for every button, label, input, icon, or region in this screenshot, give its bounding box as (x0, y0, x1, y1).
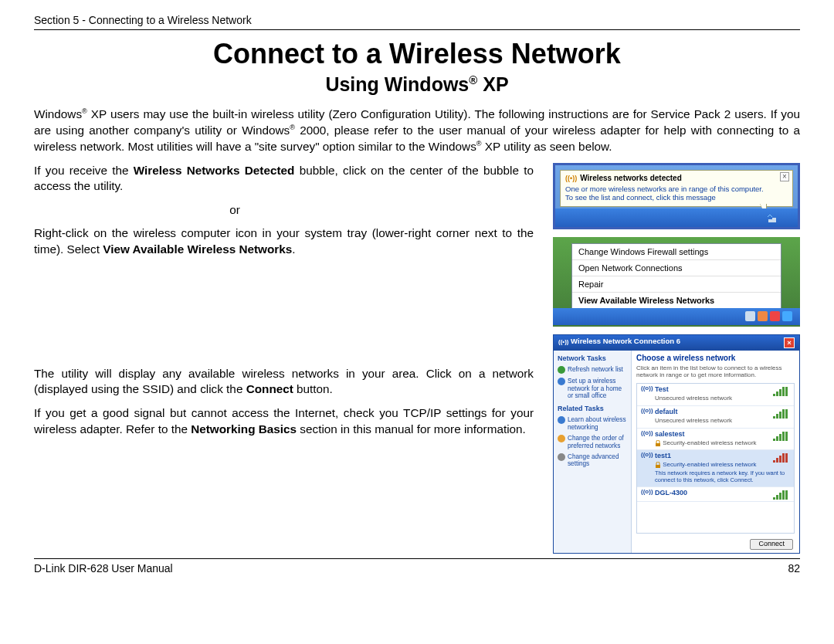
screenshot-context-menu: Change Windows Firewall settings Open Ne… (553, 237, 800, 327)
registered-mark: ® (469, 73, 477, 86)
network-icon[interactable] (782, 311, 792, 321)
wireless-tray-icon[interactable] (745, 311, 755, 321)
network-list: ((o))TestUnsecured wireless network((o))… (636, 383, 795, 534)
bubble-title: Wireless networks detected (565, 174, 788, 182)
star-icon (558, 435, 565, 442)
or-separator: or (227, 202, 242, 219)
menu-item-firewall[interactable]: Change Windows Firewall settings (572, 244, 781, 260)
gear-icon (558, 453, 565, 461)
p4b: button. (293, 382, 333, 395)
sidebar-item-learn[interactable]: Learn about wireless networking (558, 416, 627, 431)
network-item[interactable]: ((o))defaultUnsecured wireless network (637, 406, 794, 429)
para-rightclick: Right-click on the wireless computer ico… (34, 225, 534, 257)
network-security: Unsecured wireless network (655, 395, 790, 402)
p3b: . (292, 242, 295, 256)
signal-bars-icon (773, 432, 790, 441)
sidebar-label: Set up a wireless network for a home or … (568, 378, 627, 399)
p4bold: Connect (246, 382, 293, 395)
menu-item-view-networks[interactable]: View Available Wireless Networks (572, 293, 781, 308)
network-ssid: DGL-4300 (655, 490, 687, 497)
footer-rule (34, 558, 800, 559)
registered-mark: ® (82, 107, 87, 115)
two-column-layout: If you receive the Wireless Networks Det… (34, 163, 800, 554)
signal-bars-icon (773, 409, 790, 419)
svg-rect-2 (656, 443, 660, 446)
volume-icon[interactable] (770, 311, 780, 321)
para-bubble: If you receive the Wireless Networks Det… (34, 163, 534, 195)
registered-mark: ® (290, 124, 295, 131)
p2bold: Wireless Networks Detected (134, 164, 295, 177)
close-icon[interactable]: × (780, 172, 789, 181)
svg-rect-0 (768, 219, 772, 222)
lock-icon (655, 462, 661, 468)
para-utility: The utility will display any available w… (34, 366, 534, 398)
shield-icon[interactable] (758, 311, 768, 321)
right-column: × Wireless networks detected One or more… (553, 163, 800, 554)
screenshot-bubble: × Wireless networks detected One or more… (553, 163, 800, 230)
section-header: Section 5 - Connecting to a Wireless Net… (34, 14, 800, 26)
intro-a: Windows (34, 107, 82, 120)
sidebar-heading-network-tasks: Network Tasks (558, 355, 627, 363)
wireless-icon: ((o)) (641, 408, 652, 417)
sidebar-label: Change advanced settings (568, 453, 627, 468)
context-menu: Change Windows Firewall settings Open Ne… (571, 243, 781, 309)
footer-left: D-Link DIR-628 User Manual (34, 562, 173, 575)
network-item[interactable]: ((o))DGL-4300 (637, 487, 794, 502)
left-column: If you receive the Wireless Networks Det… (34, 163, 534, 554)
sidebar-item-refresh[interactable]: Refresh network list (558, 366, 627, 374)
registered-mark: ® (476, 140, 482, 147)
p2a: If you receive the (34, 164, 134, 177)
tray-icons (745, 311, 792, 321)
refresh-icon (558, 366, 565, 374)
dialog-body: Network Tasks Refresh network list Set u… (554, 351, 799, 553)
network-header: ((o))default (641, 408, 790, 417)
dialog-sidebar: Network Tasks Refresh network list Set u… (554, 351, 631, 553)
page-footer: D-Link DIR-628 User Manual 82 (34, 562, 800, 575)
intro-d: XP utility as seen below. (482, 140, 612, 153)
bubble-body: One or more wireless networks are in ran… (565, 185, 788, 202)
svg-rect-3 (656, 465, 660, 468)
info-icon (558, 416, 565, 424)
network-security: Security-enabled wireless network (655, 462, 790, 469)
close-icon[interactable]: × (784, 337, 795, 348)
taskbar (553, 308, 800, 325)
wireless-icon: ((o)) (641, 385, 652, 395)
notification-bubble[interactable]: × Wireless networks detected One or more… (560, 170, 793, 208)
sidebar-item-order[interactable]: Change the order of preferred networks (558, 435, 627, 449)
connect-button[interactable]: Connect (750, 539, 793, 550)
sidebar-item-setup[interactable]: Set up a wireless network for a home or … (558, 378, 627, 399)
lock-icon (655, 440, 661, 446)
network-item[interactable]: ((o))salestest Security-enabled wireless… (637, 429, 794, 451)
spacer (34, 266, 534, 366)
network-header: ((o))salestest (641, 430, 790, 439)
network-item[interactable]: ((o))TestUnsecured wireless network (637, 384, 794, 406)
page-subtitle: Using Windows® XP (34, 73, 800, 96)
main-heading: Choose a wireless network (636, 354, 795, 362)
p3bold: View Available Wireless Networks (103, 242, 292, 256)
page-number: 82 (788, 562, 800, 575)
network-item[interactable]: ((o))test1 Security-enabled wireless net… (637, 450, 794, 486)
antenna-icon (558, 378, 565, 385)
sidebar-item-advanced[interactable]: Change advanced settings (558, 453, 627, 468)
network-ssid: salestest (655, 431, 685, 439)
network-header: ((o))Test (641, 385, 790, 395)
network-header: ((o))DGL-4300 (641, 489, 790, 498)
wireless-tray-icon[interactable] (767, 213, 778, 224)
network-ssid: test1 (655, 452, 671, 460)
screenshot-wlan-dialog: ((•)) Wireless Network Connection 6 × Ne… (553, 334, 800, 554)
menu-item-open-connections[interactable]: Open Network Connections (572, 260, 781, 276)
subtitle-pre: Using Windows (325, 73, 469, 95)
bubble-line2: To see the list and connect, click this … (565, 193, 716, 202)
header-rule (34, 29, 800, 30)
svg-rect-1 (772, 218, 776, 222)
network-security: Security-enabled wireless network (655, 440, 790, 447)
network-security: Unsecured wireless network (655, 418, 790, 425)
signal-bars-icon (773, 453, 790, 463)
subtitle-post: XP (477, 73, 508, 95)
signal-bars-icon (773, 490, 790, 500)
network-ssid: default (655, 408, 678, 416)
sidebar-label: Learn about wireless networking (568, 416, 627, 431)
menu-item-repair[interactable]: Repair (572, 276, 781, 293)
dialog-title: ((•)) Wireless Network Connection 6 (558, 337, 680, 348)
dialog-main: Choose a wireless network Click an item … (631, 351, 799, 553)
